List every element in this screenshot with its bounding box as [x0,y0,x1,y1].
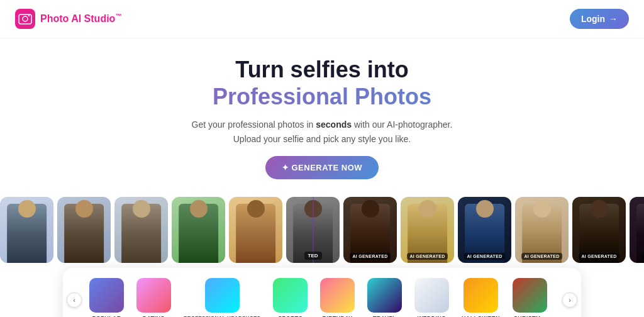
category-thumb-popular [89,278,124,313]
ai-generated-badge: AI GENERATED [521,253,563,260]
generate-now-button[interactable]: ✦ GENERATE NOW [265,156,379,179]
photo-card: TED [286,197,340,263]
photo-card-ai: AI GENERATED [458,197,511,263]
category-thumb-birthday [320,278,355,313]
category-item-travel[interactable]: TRAVEL [361,274,408,317]
category-scroll: POPULAR Selected DATING PROFESSIONAL HEA… [63,274,581,317]
photo-card-ai: AI GENERATED [572,197,626,263]
photo-card [229,197,282,263]
category-thumb-wedding [414,278,449,313]
logo-text: Photo AI Studio™ [40,13,121,25]
ai-generated-badge: AI GENERATED [579,253,620,260]
ai-generated-badge: AI GENERATED [464,253,506,260]
photo-card [57,197,111,263]
photo-card-ai: AI GENERATED [401,197,454,263]
header: Photo AI Studio™ Login → [0,0,644,38]
photo-card [0,197,53,263]
category-item-dating[interactable]: DATING [130,274,177,317]
photo-card [114,197,168,263]
ai-generated-badge: AI GENE... [641,253,644,260]
hero-title-bottom: Professional Photos [13,83,631,110]
category-thumb-travel [367,278,402,313]
logo-icon [15,9,35,29]
category-thumb-dating [136,278,171,313]
category-item-professional[interactable]: PROFESSIONAL HEADSHOTS [177,274,267,317]
logo-area: Photo AI Studio™ [15,9,121,29]
login-button[interactable]: Login → [570,9,629,29]
svg-rect-0 [15,9,35,29]
svg-point-3 [28,15,30,16]
photo-card-ai: AI GENERATED [343,197,397,263]
hero-section: Turn selfies into Professional Photos Ge… [0,38,644,189]
photo-card [172,197,225,263]
carousel-right-arrow[interactable]: › [562,292,577,308]
category-thumb-halloween [464,278,498,313]
carousel-left-arrow[interactable]: ‹ [67,292,82,308]
photo-card-ai: AI GENERATED [515,197,569,263]
category-item-halloween[interactable]: HALLOWEEN [455,274,506,317]
category-thumb-professional [205,278,240,313]
category-item-popular[interactable]: POPULAR Selected [83,274,130,317]
photo-strip: TED AI GENERATED AI GENERATED AI GENERAT… [0,189,644,268]
category-item-sports[interactable]: SPORTS [267,274,314,317]
category-item-wedding[interactable]: WEDDING [408,274,455,317]
category-item-birthday[interactable]: BIRTHDAY [314,274,361,317]
category-thumb-christmas [513,278,547,313]
category-thumb-sports [273,278,308,313]
photo-card-ai: AI GENE... [630,197,644,263]
ai-generated-badge: AI GENERATED [407,253,448,260]
category-carousel: ‹ POPULAR Selected DATING PROFESSIONAL H… [63,268,581,317]
category-item-christmas[interactable]: CHRISTM... [506,274,553,317]
ted-badge: TED [304,252,322,260]
hero-subtitle: Get your professional photos in seconds … [13,118,631,146]
hero-title-top: Turn selfies into [13,56,631,83]
ai-generated-badge: AI GENERATED [350,253,391,260]
